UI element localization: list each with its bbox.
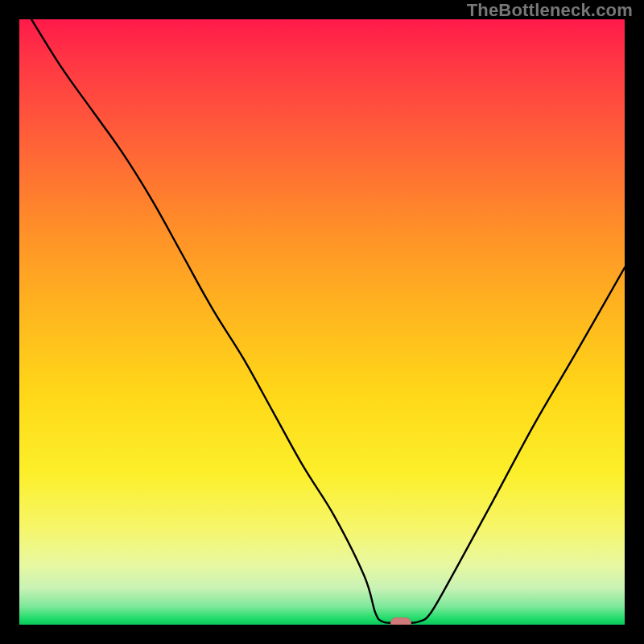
watermark-text: TheBottleneck.com xyxy=(467,0,633,21)
plot-area xyxy=(19,19,625,625)
optimal-point-marker xyxy=(390,617,411,625)
chart-frame: TheBottleneck.com xyxy=(0,0,644,644)
bottleneck-curve xyxy=(19,19,625,625)
